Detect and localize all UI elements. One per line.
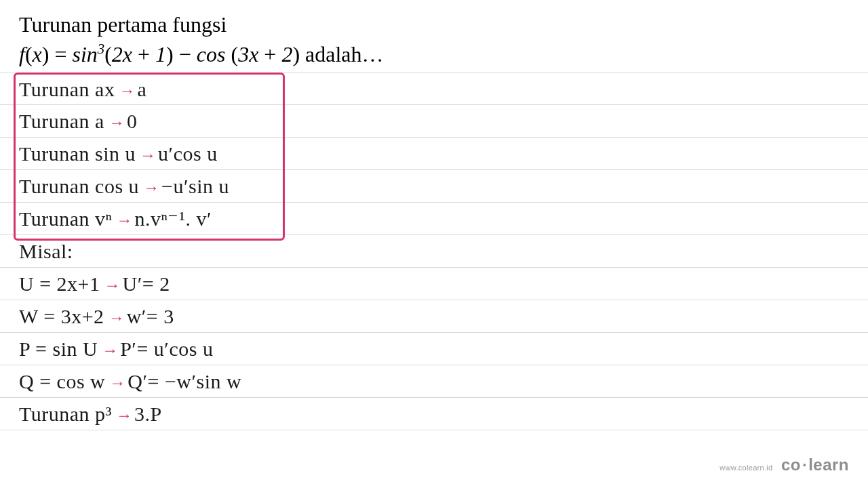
arrow-icon xyxy=(116,399,130,432)
page: Turunan pertama fungsi f(x) = sin3(2x + … xyxy=(0,0,868,488)
rule-constant: Turunan a0 xyxy=(0,105,868,138)
arrow-icon xyxy=(140,139,154,171)
arrow-icon xyxy=(109,367,123,399)
misal-label: Misal: xyxy=(0,235,868,268)
rule-ax: Turunan axa xyxy=(0,73,868,105)
arrow-icon xyxy=(143,171,157,204)
rule-sin: Turunan sin uu′cos u xyxy=(0,138,868,170)
brand-logo: co·learn xyxy=(781,455,849,474)
footer-url: www.colearn.id xyxy=(719,464,772,472)
arrow-icon xyxy=(108,302,123,334)
dot-icon: · xyxy=(802,455,807,474)
arrow-icon xyxy=(102,334,116,367)
question-title: Turunan pertama fungsi xyxy=(0,11,868,39)
let-p: P = sin UP′= u′cos u xyxy=(0,333,868,365)
turunan-p3: Turunan p³3.P xyxy=(0,398,868,430)
let-u: U = 2x+1U′= 2 xyxy=(0,268,868,300)
arrow-icon xyxy=(119,75,133,107)
arrow-icon xyxy=(104,269,119,302)
arrow-icon xyxy=(117,204,131,237)
let-w: W = 3x+2w′= 3 xyxy=(0,300,868,333)
rules-box-area: Turunan axa Turunan a0 Turunan sin uu′co… xyxy=(0,73,868,235)
arrow-icon xyxy=(108,106,123,139)
rule-cos: Turunan cos u−u′sin u xyxy=(0,170,868,203)
let-q: Q = cos wQ′= −w′sin w xyxy=(0,365,868,398)
question-formula: f(x) = sin3(2x + 1) − cos (3x + 2) adala… xyxy=(0,39,868,68)
footer: www.colearn.id co·learn xyxy=(719,455,849,474)
lined-paper: Turunan axa Turunan a0 Turunan sin uu′co… xyxy=(0,73,868,430)
rule-power: Turunan vⁿn.vⁿ⁻¹. v′ xyxy=(0,203,868,235)
